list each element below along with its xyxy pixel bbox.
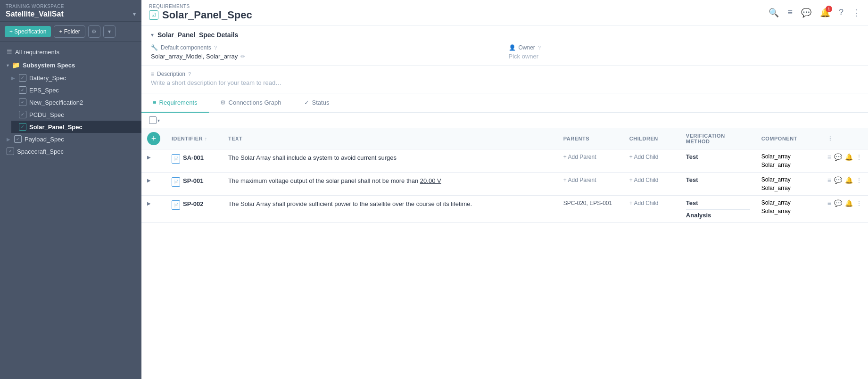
row-chat-icon[interactable]: 💬 <box>834 153 842 161</box>
row-expand-cell: ▶ <box>141 196 166 223</box>
row-list-icon[interactable]: ≡ <box>827 176 831 184</box>
row-more-icon[interactable]: ⋮ <box>856 199 862 207</box>
description-placeholder[interactable]: Write a short description for your team … <box>151 79 859 86</box>
children-cell: + Add Child <box>624 173 680 196</box>
component-1: Solar_array <box>761 153 816 160</box>
row-list-icon[interactable]: ≡ <box>827 199 831 207</box>
row-bell-icon[interactable]: 🔔 <box>845 176 853 184</box>
req-text: The Solar Array shall include a system t… <box>228 154 397 161</box>
owner-placeholder[interactable]: Pick owner <box>509 53 859 60</box>
menu-icon[interactable]: ⋮ <box>852 8 860 18</box>
row-more-icon[interactable]: ⋮ <box>856 153 862 161</box>
sidebar-item-all-requirements[interactable]: ☰ All requirements <box>0 46 141 58</box>
sidebar-item-solar-panel-spec[interactable]: ✓ Solar_Panel_Spec <box>11 121 141 133</box>
topbar-left: REQUIREMENTS ☑ Solar_Panel_Spec <box>149 4 252 21</box>
row-bell-icon[interactable]: 🔔 <box>845 153 853 161</box>
row-id-cell: 📄 SA-001 <box>166 149 223 173</box>
verification-cell: Test Analysis <box>680 196 756 223</box>
add-parent-link[interactable]: + Add Parent <box>563 177 596 183</box>
row-id-cell: 📄 SP-002 <box>166 196 223 223</box>
add-child-link[interactable]: + Add Child <box>629 154 659 160</box>
bell-badge: 1 <box>826 6 832 12</box>
list-icon[interactable]: ≡ <box>787 8 793 17</box>
parents-value: SPC-020, EPS-001 <box>563 200 612 206</box>
add-parent-link[interactable]: + Add Parent <box>563 154 596 160</box>
bell-icon[interactable]: 🔔 1 <box>820 8 830 18</box>
row-expand-icon[interactable]: ▶ <box>147 201 151 206</box>
row-id-cell: 📄 SP-001 <box>166 173 223 196</box>
edit-icon[interactable]: ✏ <box>240 53 245 60</box>
row-list-icon[interactable]: ≡ <box>827 153 831 161</box>
tab-status[interactable]: ✓ Status <box>293 93 341 113</box>
spec-doc-icon: ✓ <box>14 135 22 143</box>
sort-icon[interactable]: ↑ <box>205 136 207 141</box>
owner-icon: 👤 <box>509 44 516 51</box>
search-icon[interactable]: 🔍 <box>769 8 779 18</box>
list-icon: ≡ <box>151 71 154 77</box>
spec-label: Battery_Spec <box>29 74 66 82</box>
children-cell: + Add Child <box>624 149 680 173</box>
topbar-right: 🔍 ≡ 💬 🔔 1 ? ⋮ <box>769 8 860 18</box>
filter-icon[interactable]: ⚙ <box>88 25 100 38</box>
chevron-right-icon: ▶ <box>11 75 16 81</box>
add-folder-button[interactable]: + Folder <box>54 25 85 38</box>
row-expand-icon[interactable]: ▶ <box>147 155 151 160</box>
sidebar-item-spacecraft-spec[interactable]: ✓ Spacecraft_Spec <box>0 145 141 157</box>
row-more-icon[interactable]: ⋮ <box>856 176 862 184</box>
requirements-table: + IDENTIFIER ↑ TEXT PARENTS CHILDREN VER… <box>141 128 868 223</box>
row-expand-icon[interactable]: ▶ <box>147 178 151 183</box>
add-child-link[interactable]: + Add Child <box>629 200 659 206</box>
verif-method-2: Analysis <box>686 209 750 219</box>
collapse-icon[interactable]: ▾ <box>151 32 154 38</box>
help-circle-icon[interactable]: ? <box>214 45 217 50</box>
workspace-row: Satellite_ValiSat ▾ <box>6 10 136 18</box>
sidebar-item-pcdu-spec[interactable]: ✓ PCDU_Spec <box>11 108 141 121</box>
verif-method: Test <box>686 153 698 160</box>
chevron-right-icon: ▾ <box>7 63 9 68</box>
component-1: Solar_array <box>761 199 816 206</box>
row-chat-icon[interactable]: 💬 <box>834 199 842 207</box>
help-icon[interactable]: ? <box>839 8 843 17</box>
sidebar-item-payload-spec[interactable]: ▶ ✓ Payload_Spec <box>0 133 141 145</box>
checkbox-input[interactable] <box>149 116 157 124</box>
sidebar-nav: ☰ All requirements ▾ 📁 Subsystem Specs ▶… <box>0 42 141 161</box>
help-circle-icon[interactable]: ? <box>538 45 541 50</box>
add-requirement-button[interactable]: + <box>147 132 160 145</box>
workspace-chevron-icon[interactable]: ▾ <box>133 11 136 17</box>
req-id: SP-001 <box>183 177 203 184</box>
row-bell-icon[interactable]: 🔔 <box>845 199 853 207</box>
sidebar-item-eps-spec[interactable]: ✓ EPS_Spec <box>11 84 141 96</box>
row-expand-cell: ▶ <box>141 149 166 173</box>
spec-doc-icon: ✓ <box>19 99 26 106</box>
help-circle-icon[interactable]: ? <box>188 71 191 77</box>
sidebar-item-new-spec2[interactable]: ✓ New_Specification2 <box>11 96 141 108</box>
add-child-link[interactable]: + Add Child <box>629 177 659 183</box>
checkbox-arrow-icon[interactable]: ▾ <box>157 118 160 123</box>
spec-doc-icon: ✓ <box>7 148 14 155</box>
tab-requirements[interactable]: ≡ Requirements <box>141 93 209 113</box>
chat-icon[interactable]: 💬 <box>801 8 811 18</box>
component-multi: Solar_array Solar_array <box>761 153 816 168</box>
select-all-checkbox[interactable]: ▾ <box>149 116 160 124</box>
component-1: Solar_array <box>761 176 816 183</box>
row-actions: ≡ 💬 🔔 ⋮ <box>827 176 862 184</box>
topbar-title-area: REQUIREMENTS ☑ Solar_Panel_Spec <box>149 4 252 21</box>
spec-label: Payload_Spec <box>25 136 64 143</box>
linked-value[interactable]: 20.00 V <box>420 177 441 184</box>
owner-field: 👤 Owner ? Pick owner <box>509 44 859 60</box>
tab-connections-graph[interactable]: ⚙ Connections Graph <box>209 93 293 113</box>
add-specification-button[interactable]: + Specification <box>5 26 51 37</box>
expand-icon[interactable]: ▾ <box>103 25 116 38</box>
row-chat-icon[interactable]: 💬 <box>834 176 842 184</box>
default-components-label: 🔧 Default components ? <box>151 44 501 51</box>
sidebar-item-battery-spec[interactable]: ▶ ✓ Battery_Spec <box>11 72 141 84</box>
id-cell: 📄 SP-002 <box>172 199 217 210</box>
req-doc-icon: 📄 <box>172 177 180 187</box>
th-verification-method: VERIFICATIONMETHOD <box>680 128 756 149</box>
sidebar-folder-subsystem-specs[interactable]: ▾ 📁 Subsystem Specs <box>0 58 141 72</box>
th-add: + <box>141 128 166 149</box>
row-expand-cell: ▶ <box>141 173 166 196</box>
component-cell: Solar_array Solar_array <box>756 173 822 196</box>
id-cell: 📄 SP-001 <box>172 176 217 187</box>
default-components-field: 🔧 Default components ? Solar_array_Model… <box>151 44 501 60</box>
